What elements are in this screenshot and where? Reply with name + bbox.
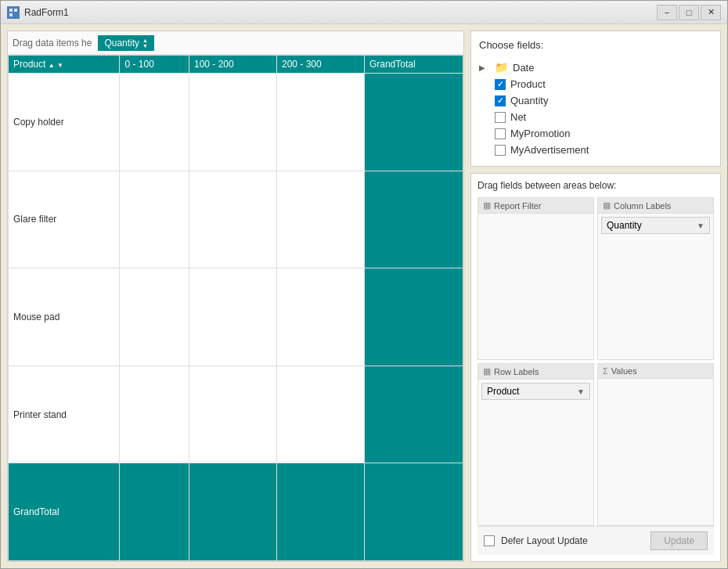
values-area[interactable]: Σ Values (597, 363, 714, 526)
drag-areas-title: Drag fields between areas below: (478, 180, 714, 191)
window-title: RadForm1 (24, 7, 657, 18)
row-labels-area[interactable]: ▦ Row Labels Product ▼ (478, 363, 594, 526)
cell-copy-100-200 (189, 74, 276, 171)
row-label-glare-filter: Glare filter (9, 171, 120, 268)
minimize-button[interactable]: − (657, 5, 677, 20)
quantity-chip-label: Quantity (104, 38, 139, 49)
fields-title: Choose fields: (479, 39, 712, 51)
product-label: Product (13, 59, 45, 70)
checkbox-product[interactable] (495, 79, 506, 90)
column-labels-area[interactable]: ▦ Column Labels Quantity ▼ (597, 197, 714, 360)
title-bar: RadForm1 − □ ✕ (1, 1, 727, 24)
field-label-mypromotion: MyPromotion (510, 128, 571, 139)
values-label: Values (611, 366, 637, 376)
cell-grand-0-100 (120, 463, 189, 561)
cell-printer-100-200 (189, 366, 276, 463)
col-header-grandtotal[interactable]: GrandTotal (364, 56, 463, 74)
report-filter-header: ▦ Report Filter (478, 198, 593, 214)
defer-label: Defer Layout Update (501, 535, 644, 546)
row-label-grandtotal: GrandTotal (9, 463, 120, 561)
cell-grand-grand (364, 463, 463, 561)
column-chip-label: Quantity (607, 220, 642, 231)
folder-icon: 📁 (495, 61, 508, 74)
drag-grid: ▦ Report Filter ▦ Column Labels (478, 197, 714, 526)
window-icon (7, 6, 20, 19)
col-header-0-100[interactable]: 0 - 100 (120, 56, 189, 74)
svg-rect-2 (14, 9, 17, 12)
cell-mouse-200-300 (276, 268, 364, 366)
drag-header-text: Drag data items he (13, 38, 92, 49)
sort-desc-icon: ▼ (57, 62, 63, 69)
svg-rect-1 (9, 9, 13, 12)
field-item-myadvertisement[interactable]: MyAdvertisement (479, 142, 712, 158)
chevron-down-icon: ▼ (697, 221, 705, 230)
field-item-net[interactable]: Net (479, 109, 712, 125)
report-filter-content (478, 214, 593, 359)
checkbox-myadvertisement[interactable] (495, 145, 506, 156)
table-row: Printer stand (9, 366, 463, 463)
main-window: RadForm1 − □ ✕ Drag data items he Quanti… (0, 0, 728, 569)
cell-copy-200-300 (276, 74, 364, 171)
pivot-table: Product ▲ ▼ 0 - 100 100 - 200 200 - 300 … (8, 55, 463, 561)
expand-arrow-icon: ▶ (479, 63, 490, 72)
cell-mouse-100-200 (189, 268, 276, 366)
checkbox-quantity[interactable] (495, 95, 506, 106)
quantity-chip[interactable]: Quantity ▲▼ (98, 35, 154, 51)
row-labels-content: Product ▼ (478, 380, 593, 525)
cell-mouse-grand (364, 268, 463, 366)
cell-printer-200-300 (276, 366, 364, 463)
table-header-row: Product ▲ ▼ 0 - 100 100 - 200 200 - 300 … (9, 56, 463, 74)
row-icon: ▦ (483, 366, 491, 376)
field-item-quantity[interactable]: Quantity (479, 92, 712, 109)
drag-header: Drag data items he Quantity ▲▼ (8, 31, 463, 55)
column-labels-content: Quantity ▼ (598, 214, 713, 359)
cell-glare-grand (364, 171, 463, 268)
values-content (598, 379, 713, 525)
checkbox-net[interactable] (495, 112, 506, 123)
row-chip[interactable]: Product ▼ (481, 383, 590, 400)
row-labels-label: Row Labels (494, 367, 539, 376)
cell-copy-grand (364, 74, 463, 171)
values-header: Σ Values (598, 364, 713, 379)
table-row: Mouse pad (9, 268, 463, 366)
cell-grand-100-200 (189, 463, 276, 561)
chevron-down-icon: ▼ (577, 387, 585, 396)
cell-glare-100-200 (189, 171, 276, 268)
maximize-button[interactable]: □ (679, 5, 699, 20)
table-row-grandtotal: GrandTotal (9, 463, 463, 561)
column-labels-label: Column Labels (614, 201, 671, 211)
cell-mouse-0-100 (120, 268, 189, 366)
close-button[interactable]: ✕ (701, 5, 721, 20)
defer-checkbox[interactable] (484, 535, 495, 546)
field-label-date: Date (513, 62, 534, 74)
row-label-mouse-pad: Mouse pad (9, 268, 120, 366)
report-filter-label: Report Filter (494, 201, 542, 211)
checkbox-mypromotion[interactable] (495, 128, 506, 139)
left-panel: Drag data items he Quantity ▲▼ Product ▲… (7, 31, 464, 562)
column-chip[interactable]: Quantity ▼ (601, 217, 710, 234)
content-area: Drag data items he Quantity ▲▼ Product ▲… (1, 24, 727, 568)
column-labels-header: ▦ Column Labels (598, 198, 713, 214)
filter-icon: ▦ (483, 200, 491, 211)
field-item-date[interactable]: ▶ 📁 Date (479, 59, 712, 76)
update-button[interactable]: Update (651, 531, 708, 550)
table-row: Copy holder (9, 74, 463, 171)
col-header-100-200[interactable]: 100 - 200 (189, 56, 276, 74)
svg-rect-3 (9, 13, 13, 16)
footer-bar: Defer Layout Update Update (478, 526, 714, 555)
row-label-copy-holder: Copy holder (9, 74, 120, 171)
cell-printer-0-100 (120, 366, 189, 463)
col-header-product[interactable]: Product ▲ ▼ (9, 56, 120, 74)
column-icon: ▦ (603, 200, 611, 211)
table-row: Glare filter (9, 171, 463, 268)
report-filter-area[interactable]: ▦ Report Filter (478, 197, 594, 360)
sigma-icon: Σ (603, 366, 608, 376)
field-item-mypromotion[interactable]: MyPromotion (479, 125, 712, 142)
drag-areas-panel: Drag fields between areas below: ▦ Repor… (470, 173, 721, 562)
field-label-quantity: Quantity (510, 95, 548, 106)
col-header-200-300[interactable]: 200 - 300 (276, 56, 364, 74)
fields-panel: Choose fields: ▶ 📁 Date Product Quantity (470, 31, 721, 167)
title-bar-buttons: − □ ✕ (657, 5, 721, 20)
field-item-product[interactable]: Product (479, 76, 712, 92)
field-label-product: Product (510, 78, 546, 90)
